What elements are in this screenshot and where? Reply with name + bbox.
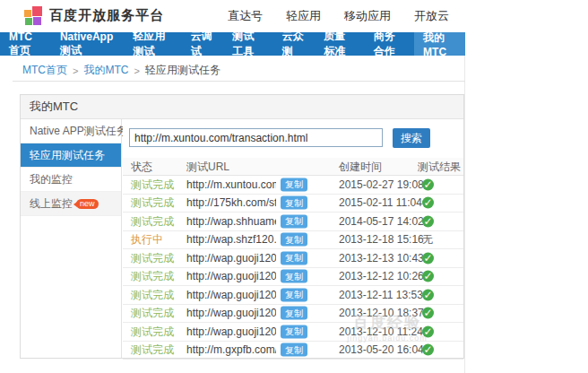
breadcrumb-current: 轻应用测试任务 — [145, 63, 220, 78]
created-time: 2013-12-13 10:43 — [339, 252, 424, 265]
table-row: 测试完成http://175kh.com/start/in...复制2015-0… — [123, 195, 463, 213]
test-url: http://wap.guoji120.cn/zt... — [186, 289, 276, 301]
result-none-label: 无 — [422, 232, 433, 247]
sidebar-item[interactable]: 我的监控 — [21, 168, 121, 192]
check-circle-icon: ✓ — [422, 344, 434, 356]
table-row: 测试完成http://wap.guoji120.cn/zt...复制2013-1… — [123, 305, 463, 324]
created-time: 2013-12-10 11:24 — [339, 325, 423, 338]
navbar-item-active[interactable]: 我的MTC — [414, 32, 465, 56]
panel-title: 我的MTC — [21, 95, 463, 119]
status-label: 测试完成 — [131, 287, 174, 302]
status-label: 测试完成 — [131, 269, 174, 284]
column-header-created: 创建时间 — [339, 160, 382, 175]
test-url: http://m.gxpfb.com/ — [186, 343, 276, 356]
sidebar-item-label: 我的监控 — [30, 168, 73, 192]
sidebar-item-label: Native APP测试任务 — [30, 119, 127, 143]
navbar-item[interactable]: 测试工具 — [223, 32, 272, 56]
table-row: 测试完成http://wap.guoji120.cn/zt...复制2013-1… — [123, 323, 463, 342]
created-time: 2015-02-11 11:04 — [339, 196, 422, 209]
table-row: 测试完成http://wap.guoji120.cn/zt...复制2013-1… — [123, 249, 463, 268]
copy-button[interactable]: 复制 — [281, 343, 307, 357]
created-time: 2014-05-17 14:02 — [339, 215, 424, 228]
sidebar-item-label: 线上监控 — [30, 192, 73, 216]
test-url: http://wap.guoji120.cn/zt... — [186, 270, 276, 282]
breadcrumb: MTC首页>我的MTC>轻应用测试任务 — [22, 63, 220, 78]
created-time: 2013-12-10 18:37 — [339, 307, 424, 319]
test-url: http://175kh.com/start/in... — [186, 196, 276, 209]
check-circle-icon: ✓ — [422, 271, 434, 282]
status-label: 执行中 — [131, 232, 163, 247]
test-url: http://wap.guoji120.cn/zt... — [186, 252, 276, 265]
header-nav-item[interactable]: 移动应用 — [344, 8, 391, 24]
copy-button[interactable]: 复制 — [281, 325, 307, 338]
created-time: 2013-12-18 15:16 — [339, 233, 424, 246]
test-url: http://m.xuntou.com/ — [186, 178, 276, 191]
site-title: 百度开放服务平台 — [49, 7, 164, 24]
navbar-item[interactable]: 云调试 — [182, 32, 224, 56]
navbar-item[interactable]: NativeApp测试 — [51, 32, 125, 56]
table-body: 测试完成http://m.xuntou.com/复制2015-02-27 19:… — [123, 176, 463, 360]
status-label: 测试完成 — [131, 195, 174, 211]
content-panel: 我的MTC Native APP测试任务轻应用测试任务我的监控线上监控new 搜… — [20, 94, 464, 359]
column-header-status: 状态 — [131, 160, 152, 175]
copy-button[interactable]: 复制 — [281, 233, 307, 247]
test-url: http://wap.shhuamei.cn/sp... — [186, 215, 276, 228]
table-header: 状态 测试URL 创建时间 测试结果 — [123, 158, 463, 176]
navbar-item[interactable]: 商务合作 — [365, 32, 414, 56]
table-row: 测试完成http://m.gxpfb.com/复制2013-05-20 16:0… — [123, 342, 463, 360]
breadcrumb-link[interactable]: 我的MTC — [83, 63, 128, 78]
copy-button[interactable]: 复制 — [281, 251, 307, 265]
column-header-result: 测试结果 — [418, 160, 461, 175]
sidebar-item[interactable]: 线上监控new — [21, 192, 121, 216]
main-content: 搜索 状态 测试URL 创建时间 测试结果 测试完成http://m.xunto… — [123, 119, 463, 358]
breadcrumb-separator: > — [134, 65, 139, 76]
status-label: 测试完成 — [131, 324, 174, 339]
created-time: 2013-05-20 16:04 — [339, 343, 424, 356]
navbar-item[interactable]: 云众测 — [273, 32, 316, 56]
test-url: http://wap.guoji120.cn/zt... — [186, 325, 276, 338]
table-row: 测试完成http://m.xuntou.com/复制2015-02-27 19:… — [123, 176, 463, 195]
header-nav-item[interactable]: 轻应用 — [286, 8, 321, 24]
header-nav-item[interactable]: 直达号 — [228, 8, 263, 24]
breadcrumb-separator: > — [73, 65, 78, 76]
copy-button[interactable]: 复制 — [281, 307, 307, 320]
status-label: 测试完成 — [131, 213, 174, 229]
url-search-input[interactable] — [129, 128, 383, 147]
check-circle-icon: ✓ — [422, 289, 434, 300]
navbar-item[interactable]: 轻应用测试 — [124, 32, 181, 56]
navbar-item[interactable]: 质量标准 — [315, 32, 364, 56]
created-time: 2013-12-11 13:53 — [339, 289, 423, 301]
site-header: 百度开放服务平台 直达号轻应用移动应用开放云 — [0, 0, 465, 32]
column-header-url: 测试URL — [186, 160, 229, 175]
sidebar-item[interactable]: 轻应用测试任务 — [21, 143, 121, 168]
brand: 百度开放服务平台 — [24, 6, 164, 25]
check-circle-icon: ✓ — [422, 325, 434, 337]
header-nav-item[interactable]: 开放云 — [414, 8, 449, 24]
sidebar: Native APP测试任务轻应用测试任务我的监控线上监控new — [21, 119, 122, 358]
created-time: 2015-02-27 19:08 — [339, 178, 424, 191]
copy-button[interactable]: 复制 — [281, 196, 307, 210]
copy-button[interactable]: 复制 — [281, 270, 307, 283]
search-button[interactable]: 搜索 — [393, 128, 430, 148]
new-badge: new — [76, 199, 99, 209]
sidebar-item[interactable]: Native APP测试任务 — [21, 119, 121, 143]
check-circle-icon: ✓ — [422, 178, 434, 190]
created-time: 2013-12-12 10:26 — [339, 270, 424, 282]
copy-button[interactable]: 复制 — [281, 178, 307, 191]
status-label: 测试完成 — [131, 250, 174, 265]
check-circle-icon: ✓ — [422, 197, 434, 209]
baidu-grid-logo-icon — [24, 6, 43, 25]
sidebar-item-label: 轻应用测试任务 — [30, 143, 105, 168]
navbar-item[interactable]: MTC首页 — [0, 32, 51, 56]
breadcrumb-link[interactable]: MTC首页 — [22, 63, 67, 78]
breadcrumb-divider — [13, 81, 465, 82]
check-circle-icon: ✓ — [422, 252, 434, 264]
check-circle-icon: ✓ — [422, 215, 434, 227]
status-label: 测试完成 — [131, 343, 174, 358]
table-row: 测试完成http://wap.guoji120.cn/zt...复制2013-1… — [123, 286, 463, 305]
status-label: 测试完成 — [131, 177, 174, 192]
copy-button[interactable]: 复制 — [281, 288, 307, 301]
copy-button[interactable]: 复制 — [281, 214, 307, 228]
browser-page: 百度开放服务平台 直达号轻应用移动应用开放云 MTC首页NativeApp测试轻… — [0, 0, 465, 373]
status-label: 测试完成 — [131, 306, 174, 321]
